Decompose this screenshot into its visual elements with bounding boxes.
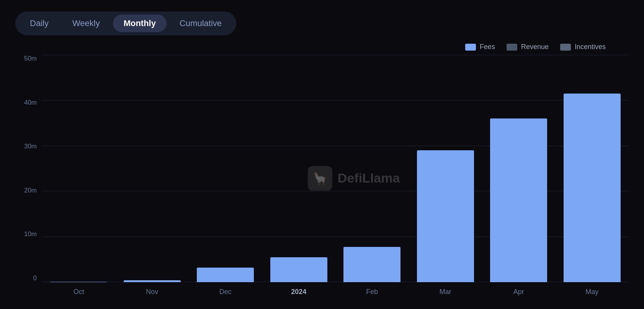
x-label-apr: Apr — [482, 282, 556, 301]
x-label-may: May — [556, 282, 629, 301]
legend-label-revenue: Revenue — [521, 43, 549, 51]
main-container: Daily Weekly Monthly Cumulative Fees Rev… — [0, 0, 644, 309]
bar-2024[interactable] — [270, 257, 327, 282]
bar-dec[interactable] — [197, 268, 254, 282]
x-labels: OctNovDec2024FebMarAprMay — [42, 282, 629, 301]
tab-monthly[interactable]: Monthly — [113, 15, 167, 32]
bar-group-nov — [116, 55, 189, 282]
tab-cumulative[interactable]: Cumulative — [169, 15, 232, 32]
legend-fees: Fees — [465, 43, 495, 51]
bar-may[interactable] — [564, 94, 621, 282]
chart-legend: Fees Revenue Incentives — [15, 43, 629, 51]
chart-inner: OctNovDec2024FebMarAprMay 🦙 DefiLlama — [42, 55, 629, 301]
y-label-20m: 20m — [24, 187, 37, 194]
legend-color-revenue — [507, 44, 517, 51]
legend-incentives: Incentives — [560, 43, 606, 51]
bar-mar[interactable] — [417, 150, 474, 282]
bar-feb[interactable] — [343, 247, 400, 283]
bar-group-feb — [335, 55, 409, 282]
x-label-dec: Dec — [189, 282, 262, 301]
bars-container: OctNovDec2024FebMarAprMay 🦙 DefiLlama — [42, 55, 629, 301]
y-label-0: 0 — [33, 274, 37, 282]
bar-group-oct — [42, 55, 116, 282]
tab-bar: Daily Weekly Monthly Cumulative — [15, 12, 236, 35]
x-label-oct: Oct — [42, 282, 116, 301]
y-label-50m: 50m — [24, 55, 37, 62]
chart-area: 50m 40m 30m 20m 10m 0 OctNovDec2024FebMa… — [15, 55, 629, 301]
legend-revenue: Revenue — [507, 43, 549, 51]
tab-weekly[interactable]: Weekly — [62, 15, 111, 32]
x-label-feb: Feb — [335, 282, 409, 301]
y-label-10m: 10m — [24, 230, 37, 238]
y-axis: 50m 40m 30m 20m 10m 0 — [15, 55, 42, 301]
legend-color-incentives — [560, 44, 571, 51]
legend-label-incentives: Incentives — [575, 43, 606, 51]
bar-group-2024 — [262, 55, 336, 282]
y-label-40m: 40m — [24, 99, 37, 107]
x-label-mar: Mar — [409, 282, 482, 301]
bar-group-apr — [482, 55, 556, 282]
legend-label-fees: Fees — [480, 43, 495, 51]
bar-group-dec — [189, 55, 262, 282]
y-label-30m: 30m — [24, 143, 37, 150]
legend-color-fees — [465, 44, 476, 51]
bar-group-may — [556, 55, 629, 282]
bar-group-mar — [409, 55, 482, 282]
tab-daily[interactable]: Daily — [19, 15, 59, 32]
x-label-nov: Nov — [116, 282, 189, 301]
bar-apr[interactable] — [490, 118, 547, 282]
x-label-2024: 2024 — [262, 282, 336, 301]
